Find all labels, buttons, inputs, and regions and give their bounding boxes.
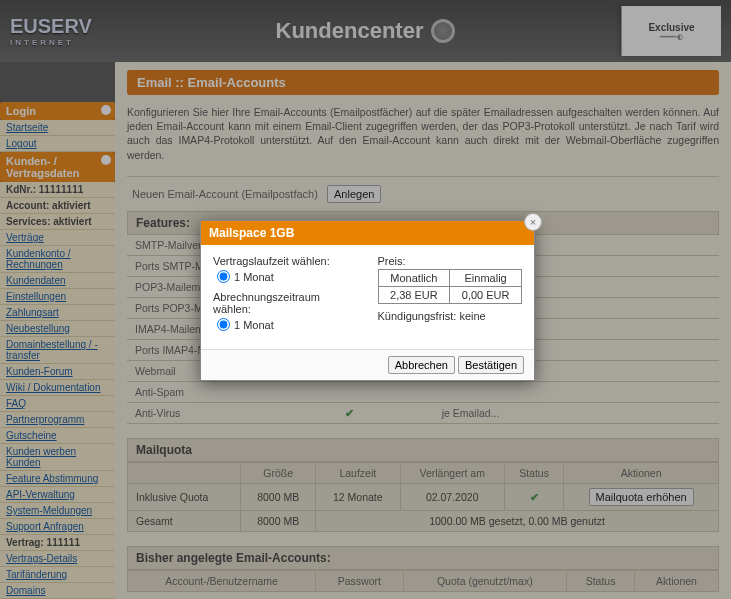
laufzeit-radio-1monat[interactable] — [217, 270, 230, 283]
price-table: MonatlichEinmalig 2,38 EUR0,00 EUR — [378, 269, 523, 304]
vertragslaufzeit-label: Vertragslaufzeit wählen: — [213, 255, 358, 267]
modal-title: Mailspace 1GB — [201, 221, 534, 245]
mailspace-modal: × Mailspace 1GB Vertragslaufzeit wählen:… — [200, 220, 535, 381]
abrechnung-radio-1monat[interactable] — [217, 318, 230, 331]
cancel-button[interactable]: Abbrechen — [388, 356, 455, 374]
preis-label: Preis: — [378, 255, 523, 267]
kuendigung-text: Kündigungsfrist: keine — [378, 310, 523, 322]
close-icon[interactable]: × — [524, 213, 542, 231]
abrechnung-label: Abrechnungszeitraum wählen: — [213, 291, 358, 315]
confirm-button[interactable]: Bestätigen — [458, 356, 524, 374]
